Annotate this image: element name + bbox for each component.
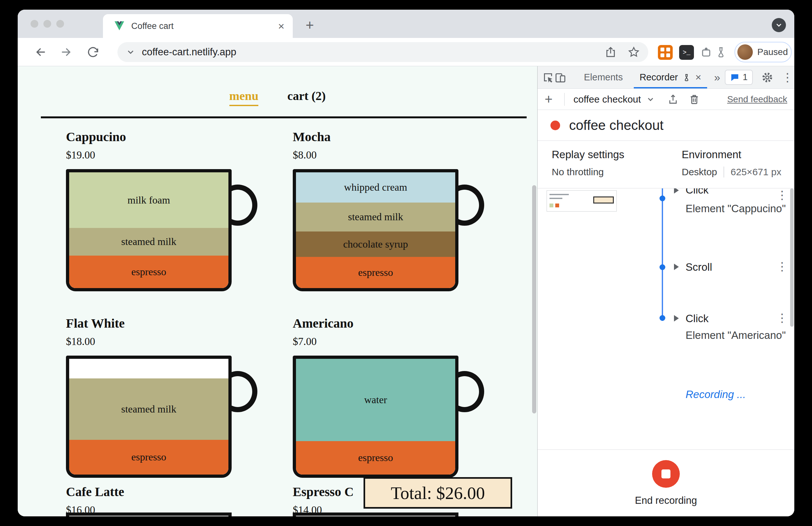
recording-select[interactable]: coffee checkout xyxy=(574,94,655,105)
profile-label: Paused xyxy=(757,47,788,57)
step-2-kebab-icon[interactable]: ⋮ xyxy=(776,260,788,273)
address-bar[interactable]: coffee-cart.netlify.app xyxy=(117,42,648,62)
traffic-light-close-icon[interactable] xyxy=(31,20,38,28)
forward-button[interactable] xyxy=(59,45,74,59)
layer-label: espresso xyxy=(131,266,166,278)
recording-status-text: Recording ... xyxy=(685,388,746,401)
app-scrollbar-thumb[interactable] xyxy=(532,185,536,414)
extension-calculator-icon[interactable] xyxy=(658,45,673,60)
recording-select-value: coffee checkout xyxy=(574,94,641,105)
export-recording-icon[interactable] xyxy=(667,93,679,105)
cup-body: whipped cream steamed milk chocolate syr… xyxy=(293,169,459,291)
inspect-element-icon[interactable] xyxy=(542,71,554,85)
issues-counter-button[interactable]: 1 xyxy=(725,70,753,85)
layer-label: whipped cream xyxy=(344,181,407,193)
recorder-bottom-bar: End recording xyxy=(538,450,794,516)
reload-button[interactable] xyxy=(86,45,100,59)
item-name-flat-white: Flat White xyxy=(66,316,125,331)
devtools-settings-gear-icon[interactable] xyxy=(761,71,773,84)
delete-recording-icon[interactable] xyxy=(688,93,700,105)
cup-body: steamed milk espresso xyxy=(66,356,232,478)
recording-header: coffee checkout xyxy=(538,110,794,141)
cup-cappucino[interactable]: milk foam steamed milk espresso xyxy=(66,169,232,291)
back-button[interactable] xyxy=(33,45,47,59)
devtools-menu-kebab-icon[interactable]: ⋮ xyxy=(782,72,793,83)
step-3-kebab-icon[interactable]: ⋮ xyxy=(776,311,788,325)
issues-count: 1 xyxy=(743,72,748,82)
add-recording-icon[interactable]: + xyxy=(538,92,560,107)
divider xyxy=(564,93,565,106)
item-name-americano: Americano xyxy=(293,316,353,331)
site-info-chevron-icon[interactable] xyxy=(126,47,135,57)
cup-cafe-latte-sliver[interactable] xyxy=(66,512,232,516)
step-1-kebab-icon[interactable]: ⋮ xyxy=(776,189,788,202)
chevron-down-icon xyxy=(775,21,783,29)
header-divider xyxy=(41,116,527,118)
layer-label: espresso xyxy=(358,452,393,464)
profile-paused-badge[interactable]: Paused xyxy=(735,42,792,62)
extension-puzzle-icon[interactable] xyxy=(699,45,713,59)
devtools-panel: Elements Recorder × » xyxy=(537,66,794,516)
cup-body: milk foam steamed milk espresso xyxy=(66,169,232,291)
step-expand-icon[interactable] xyxy=(674,264,679,270)
cup-mocha[interactable]: whipped cream steamed milk chocolate syr… xyxy=(293,169,459,291)
step-expand-icon[interactable] xyxy=(674,189,679,194)
tab-close-icon[interactable]: × xyxy=(278,20,285,31)
nav-menu-link[interactable]: menu xyxy=(229,89,259,106)
step-3-action[interactable]: Click xyxy=(685,313,709,325)
app-nav: menu cart (2) xyxy=(18,89,537,106)
screenshot-stage: Coffee cart × + xyxy=(0,0,812,526)
step-screenshot-thumbnail xyxy=(547,190,617,212)
timeline-dot xyxy=(659,264,665,270)
layer-label: steamed milk xyxy=(121,403,177,415)
item-price-flat-white: $18.00 xyxy=(66,336,95,348)
layer-label: milk foam xyxy=(127,194,170,206)
item-name-cafe-latte: Cafe Latte xyxy=(66,484,124,499)
device-toolbar-icon[interactable] xyxy=(554,71,567,85)
extension-terminal-icon[interactable]: >_ xyxy=(679,45,694,60)
tab-elements[interactable]: Elements xyxy=(576,66,631,88)
send-feedback-link[interactable]: Send feedback xyxy=(727,94,787,105)
bookmark-star-icon[interactable] xyxy=(628,46,640,58)
tab-recorder[interactable]: Recorder × xyxy=(631,66,710,88)
timeline-dot xyxy=(659,195,665,201)
traffic-light-maximize-icon[interactable] xyxy=(56,20,64,28)
share-icon[interactable] xyxy=(605,46,617,58)
nav-cart-link[interactable]: cart (2) xyxy=(287,89,325,106)
layer-label: chocolate syrup xyxy=(343,238,408,250)
vue-favicon-icon xyxy=(114,21,125,31)
environment-device: Desktop xyxy=(682,167,717,178)
more-tabs-icon[interactable]: » xyxy=(710,71,725,84)
step-2-action[interactable]: Scroll xyxy=(685,261,712,273)
cart-total-button[interactable]: Total: $26.00 xyxy=(364,477,512,509)
layer-label: water xyxy=(364,394,387,406)
tab-elements-label: Elements xyxy=(584,72,623,82)
recorder-steps-list: Click Element "Cappucino" ⋮ Scroll ⋮ Cli… xyxy=(538,189,794,450)
recorder-tab-close-icon[interactable]: × xyxy=(695,71,701,83)
environment-size: 625×671 px xyxy=(724,167,781,178)
cup-flat-white[interactable]: steamed milk espresso xyxy=(66,356,232,478)
replay-settings-section: Replay settings No throttling Environmen… xyxy=(538,141,794,189)
item-price-cappucino: $19.00 xyxy=(66,149,95,161)
step-1-action[interactable]: Click xyxy=(685,189,709,196)
devtools-scrollbar-thumb[interactable] xyxy=(790,189,794,327)
step-expand-icon[interactable] xyxy=(674,315,679,321)
tab-recorder-label: Recorder xyxy=(640,72,678,82)
item-name-espresso-c: Espresso C xyxy=(293,484,353,499)
cup-body: water espresso xyxy=(293,356,459,478)
end-recording-button[interactable] xyxy=(652,460,680,488)
browser-tab-coffee-cart[interactable]: Coffee cart × xyxy=(103,14,293,38)
layer-label: espresso xyxy=(131,451,166,463)
extension-flask-icon[interactable] xyxy=(714,45,728,59)
traffic-light-minimize-icon[interactable] xyxy=(43,20,51,28)
new-tab-button[interactable]: + xyxy=(306,18,314,32)
cup-americano[interactable]: water espresso xyxy=(293,356,459,478)
timeline-dot xyxy=(659,315,665,321)
experiment-flask-icon xyxy=(682,73,691,82)
url-text: coffee-cart.netlify.app xyxy=(142,46,605,58)
devtools-tabbar: Elements Recorder × » xyxy=(538,66,794,89)
tab-search-button[interactable] xyxy=(772,18,786,32)
item-price-americano: $7.00 xyxy=(293,336,317,348)
cup-espresso-c-sliver[interactable] xyxy=(293,512,459,516)
item-name-cappucino: Cappucino xyxy=(66,129,126,144)
